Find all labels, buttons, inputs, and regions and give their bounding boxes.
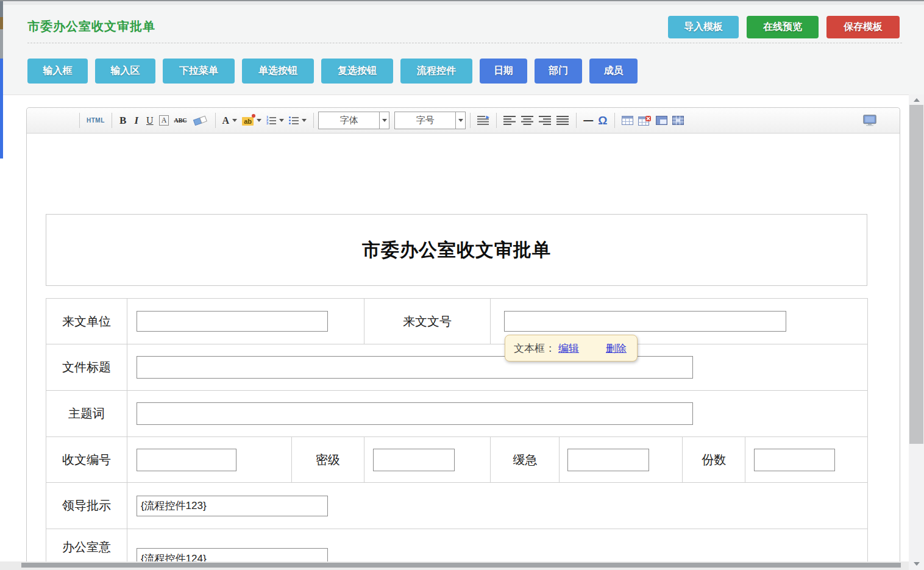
highlight-color-button[interactable]: ab: [240, 112, 264, 129]
html-source-button[interactable]: HTML: [84, 112, 107, 129]
align-justify-icon: [556, 116, 569, 125]
bullet-list-button[interactable]: [286, 112, 309, 129]
vertical-scrollbar[interactable]: [909, 94, 924, 570]
table-properties-icon: [656, 116, 667, 125]
leader-remarks-input[interactable]: [137, 496, 328, 516]
tooltip-label: 文本框：: [514, 341, 555, 355]
incoming-no-input[interactable]: [504, 311, 786, 332]
import-template-button[interactable]: 导入模板: [668, 16, 739, 38]
save-template-button[interactable]: 保存模板: [826, 16, 900, 38]
widget-date-button[interactable]: 日期: [480, 59, 527, 84]
secrecy-input[interactable]: [373, 449, 455, 471]
italic-button[interactable]: I: [130, 112, 143, 129]
widget-input-box-button[interactable]: 输入框: [27, 59, 88, 84]
pen-tip-icon: [252, 114, 255, 118]
tooltip-delete-link[interactable]: 删除: [606, 341, 627, 355]
align-left-button[interactable]: [501, 112, 519, 129]
triangle-down-icon: [914, 562, 920, 566]
widget-department-button[interactable]: 部门: [535, 59, 582, 84]
align-center-button[interactable]: [519, 112, 536, 129]
widget-flow-control-button[interactable]: 流程控件: [400, 59, 472, 84]
widget-textarea-button[interactable]: 输入区: [95, 59, 155, 84]
scroll-down-arrow[interactable]: [909, 559, 924, 569]
underline-button[interactable]: U: [143, 112, 157, 129]
fullscreen-button[interactable]: [861, 112, 879, 129]
strikethrough-button[interactable]: ABC: [171, 112, 189, 129]
widget-dropdown-button[interactable]: 下拉菜单: [163, 59, 235, 84]
receipt-no-input[interactable]: [137, 449, 236, 471]
font-family-select[interactable]: 字体: [318, 112, 389, 129]
table-row: 主题词: [46, 391, 868, 437]
insert-table-button[interactable]: [619, 112, 636, 129]
label-incoming-no: 来文文号: [364, 299, 491, 344]
page-title: 市委办公室收文审批单: [27, 18, 155, 35]
table-row: 领导批示: [46, 483, 868, 529]
bold-button[interactable]: B: [116, 112, 130, 129]
widget-checkbox-button[interactable]: 复选按钮: [321, 59, 393, 84]
form-title-box: 市委办公室收文审批单: [46, 214, 867, 286]
label-subject-words: 主题词: [46, 391, 127, 437]
template-actions: 导入模板 在线预览 保存模板: [668, 16, 900, 38]
horizontal-scrollbar-thumb[interactable]: [21, 563, 901, 568]
font-color-button[interactable]: A: [220, 112, 240, 129]
tooltip-edit-link[interactable]: 编辑: [558, 341, 579, 355]
chevron-down-icon: [232, 119, 237, 122]
eraser-icon: [192, 115, 208, 126]
table-properties-button[interactable]: [653, 112, 670, 129]
cell-properties-icon: [672, 116, 684, 125]
label-urgency: 缓急: [491, 437, 560, 483]
approval-form-table: 来文单位 来文文号 文件标题: [46, 298, 868, 562]
font-size-select[interactable]: 字号: [394, 112, 466, 129]
label-receipt-no: 收文编号: [46, 437, 127, 483]
label-incoming-unit: 来文单位: [46, 299, 127, 344]
bullet-list-icon: [289, 115, 299, 126]
scroll-up-arrow[interactable]: [909, 95, 924, 105]
office-opinion-input[interactable]: [137, 548, 328, 562]
label-office-opinion: 办公室意: [46, 529, 127, 562]
ordered-list-icon: 1 2 3: [266, 115, 276, 126]
header-divider: [27, 43, 902, 43]
chevron-down-icon: [302, 119, 307, 122]
copies-input[interactable]: [754, 449, 835, 471]
vertical-scrollbar-thumb[interactable]: [909, 105, 923, 444]
label-copies: 份数: [683, 437, 745, 483]
widget-member-button[interactable]: 成员: [589, 59, 638, 84]
align-center-icon: [521, 116, 534, 125]
eraser-button[interactable]: [190, 112, 211, 129]
widget-radio-button[interactable]: 单选按钮: [242, 59, 314, 84]
align-left-icon: [503, 116, 516, 125]
indent-button[interactable]: [475, 112, 492, 129]
table-row: 办公室意: [46, 529, 868, 562]
urgency-input[interactable]: [567, 449, 649, 471]
chevron-down-icon: [279, 119, 284, 122]
monitor-icon: [863, 115, 876, 126]
editor-toolbar: HTML B I U A ABC A: [27, 108, 900, 134]
font-box-button[interactable]: A: [157, 112, 172, 129]
table-row: 来文单位 来文文号: [46, 299, 868, 344]
align-justify-button[interactable]: [554, 112, 572, 129]
rich-text-editor: HTML B I U A ABC A: [26, 107, 900, 561]
special-character-button[interactable]: Ω: [595, 112, 609, 129]
ordered-list-button[interactable]: 1 2 3: [264, 112, 286, 129]
align-right-button[interactable]: [536, 112, 554, 129]
chevron-down-icon: [382, 119, 387, 122]
chevron-down-icon: [257, 119, 261, 122]
align-right-icon: [539, 116, 552, 125]
online-preview-button[interactable]: 在线预览: [747, 16, 819, 38]
cell-properties-button[interactable]: [670, 112, 686, 129]
app-window: 市委办公室收文审批单 导入模板 在线预览 保存模板 输入框 输入区 下拉菜单 单…: [0, 0, 924, 570]
editor-canvas[interactable]: 市委办公室收文审批单 来文单位 来文文号 文件标题: [27, 134, 900, 562]
delete-table-button[interactable]: [636, 112, 653, 129]
form-title: 市委办公室收文审批单: [362, 238, 551, 263]
widget-tooltip: 文本框： 编辑 删除: [505, 335, 638, 362]
chevron-down-icon: [458, 119, 463, 122]
incoming-unit-input[interactable]: [137, 311, 328, 332]
triangle-up-icon: [914, 98, 920, 102]
indent-icon: [477, 116, 489, 125]
header: 市委办公室收文审批单 导入模板 在线预览 保存模板 输入框 输入区 下拉菜单 单…: [3, 5, 924, 95]
horizontal-rule-button[interactable]: —: [581, 112, 595, 129]
widget-toolbar: 输入框 输入区 下拉菜单 单选按钮 复选按钮 流程控件 日期 部门 成员: [27, 59, 638, 84]
horizontal-scrollbar[interactable]: [0, 561, 909, 570]
table-row: 文件标题: [46, 344, 868, 391]
subject-words-input[interactable]: [137, 402, 693, 425]
